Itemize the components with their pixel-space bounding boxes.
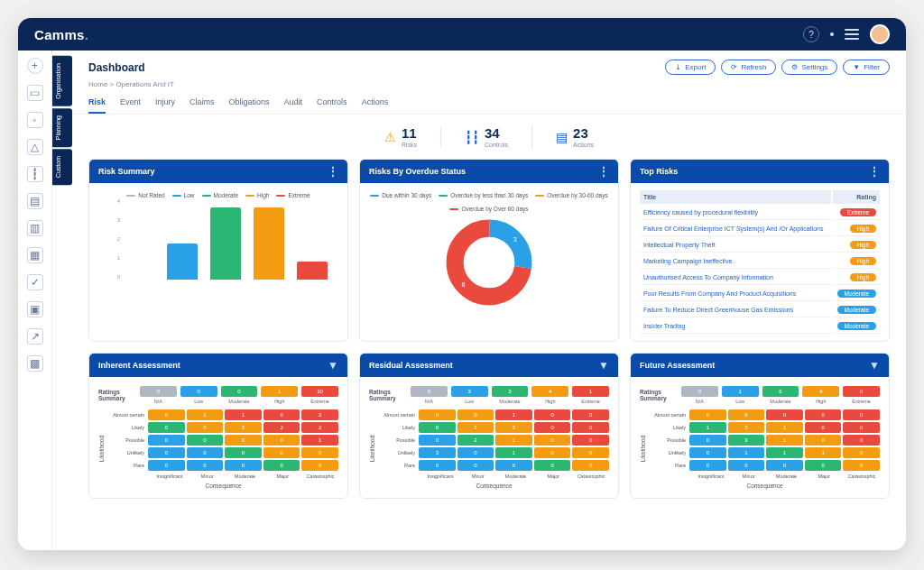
notification-dot-icon[interactable] [830,32,834,36]
matrix-cell[interactable]: 0 [457,447,494,458]
filter-icon[interactable]: ▼ [328,359,338,372]
tab-actions[interactable]: Actions [362,94,389,114]
matrix-cell[interactable]: 3 [419,447,456,458]
matrix-cell[interactable]: 0 [148,460,185,471]
matrix-cell[interactable]: 0 [572,409,609,420]
matrix-cell[interactable]: 0 [572,460,609,471]
chart-icon[interactable]: ▣ [27,301,43,317]
matrix-cell[interactable]: 0 [572,435,609,446]
sliders-icon[interactable]: ┇ [27,166,43,182]
rail-icon-7[interactable]: ▦ [27,247,43,263]
rail-icon-1[interactable]: ▭ [27,85,43,101]
filter-button[interactable]: ▼Filter [843,60,890,75]
matrix-cell[interactable]: 0 [148,409,185,420]
matrix-cell[interactable]: 0 [225,460,262,471]
matrix-cell[interactable]: 0 [187,447,224,458]
matrix-cell[interactable]: 3 [728,435,765,446]
matrix-cell[interactable]: 1 [689,422,726,433]
matrix-cell[interactable]: 1 [495,435,532,446]
tab-obligations[interactable]: Obligations [229,94,270,114]
matrix-cell[interactable]: 0 [534,447,571,458]
matrix-cell[interactable]: 0 [843,460,880,471]
matrix-cell[interactable]: 0 [419,460,456,471]
matrix-cell[interactable]: 1 [766,435,803,446]
matrix-cell[interactable]: 0 [263,447,300,458]
table-row[interactable]: Failure To Reduce Direct Greenhouse Gas … [640,303,880,317]
matrix-cell[interactable]: 0 [689,447,726,458]
card-menu-icon[interactable]: ⋮ [598,165,609,178]
menu-icon[interactable] [845,29,859,40]
matrix-cell[interactable]: 2 [495,422,532,433]
matrix-cell[interactable]: 1 [805,447,842,458]
tab-controls[interactable]: Controls [317,94,347,114]
matrix-cell[interactable]: 2 [225,422,262,433]
tab-audit[interactable]: Audit [284,94,303,114]
matrix-cell[interactable]: 1 [225,409,262,420]
matrix-cell[interactable]: 2 [728,422,765,433]
matrix-cell[interactable]: 1 [457,422,494,433]
matrix-cell[interactable]: 0 [419,422,456,433]
matrix-cell[interactable]: 0 [148,422,185,433]
matrix-cell[interactable]: 0 [728,460,765,471]
matrix-cell[interactable]: 0 [766,460,803,471]
matrix-cell[interactable]: 0 [689,435,726,446]
matrix-cell[interactable]: 0 [534,422,571,433]
matrix-cell[interactable]: 0 [148,447,185,458]
matrix-cell[interactable]: 0 [225,435,262,446]
side-tab-custom[interactable]: Custom [52,149,72,185]
matrix-cell[interactable]: 0 [805,422,842,433]
tab-claims[interactable]: Claims [189,94,215,114]
filter-icon[interactable]: ▼ [869,359,880,372]
matrix-cell[interactable]: 0 [843,409,880,420]
side-tab-organisation[interactable]: Organisation [52,56,72,106]
tab-risk[interactable]: Risk [88,94,106,114]
tab-injury[interactable]: Injury [155,94,175,114]
matrix-cell[interactable]: 0 [457,409,494,420]
table-row[interactable]: Efficiency caused by procedural flexibil… [640,206,880,220]
rail-icon-6[interactable]: ▥ [27,220,43,236]
matrix-cell[interactable]: 0 [805,435,842,446]
matrix-cell[interactable]: 0 [572,422,609,433]
matrix-cell[interactable]: 1 [766,447,803,458]
table-row[interactable]: Intellectual Property TheftHigh [640,238,880,253]
matrix-cell[interactable]: 0 [419,435,456,446]
card-menu-icon[interactable]: ⋮ [328,165,338,178]
settings-button[interactable]: ⚙Settings [781,60,837,75]
matrix-cell[interactable]: 1 [766,422,803,433]
matrix-cell[interactable]: 2 [457,435,494,446]
matrix-cell[interactable]: 0 [534,460,571,471]
rail-icon-5[interactable]: ▤ [27,193,43,209]
export-button[interactable]: ⤓Export [665,60,716,75]
matrix-cell[interactable]: 0 [419,409,456,420]
matrix-cell[interactable]: 0 [148,435,185,446]
matrix-cell[interactable]: 0 [689,409,726,420]
matrix-cell[interactable]: 1 [728,447,765,458]
matrix-cell[interactable]: 0 [263,409,300,420]
matrix-cell[interactable]: 0 [187,422,224,433]
table-row[interactable]: Poor Results From Company And Product Ac… [640,287,880,301]
matrix-cell[interactable]: 0 [225,447,262,458]
table-row[interactable]: Unauthorised Access To Company Informati… [640,271,880,285]
matrix-cell[interactable]: 0 [843,447,880,458]
matrix-cell[interactable]: 0 [263,435,300,446]
matrix-cell[interactable]: 0 [843,422,880,433]
table-row[interactable]: Failure Of Critical Enterprise ICT Syste… [640,222,880,236]
card-menu-icon[interactable]: ⋮ [869,165,880,178]
rail-icon-8[interactable]: ✓ [27,274,43,290]
matrix-cell[interactable]: 1 [301,435,338,446]
matrix-cell[interactable]: 0 [263,460,300,471]
matrix-cell[interactable]: 0 [572,447,609,458]
rail-icon-11[interactable]: ▩ [27,355,43,372]
matrix-cell[interactable]: 0 [689,460,726,471]
side-tab-planning[interactable]: Planning [52,108,72,147]
rail-icon-2[interactable]: ◦ [27,112,43,128]
matrix-cell[interactable]: 0 [301,460,338,471]
matrix-cell[interactable]: 2 [263,422,300,433]
table-row[interactable]: Insider TradingModerate [640,319,880,334]
matrix-cell[interactable]: 0 [301,447,338,458]
matrix-cell[interactable]: 0 [728,409,765,420]
matrix-cell[interactable]: 1 [495,409,532,420]
matrix-cell[interactable]: 1 [187,409,224,420]
matrix-cell[interactable]: 0 [187,460,224,471]
matrix-cell[interactable]: 2 [301,409,338,420]
